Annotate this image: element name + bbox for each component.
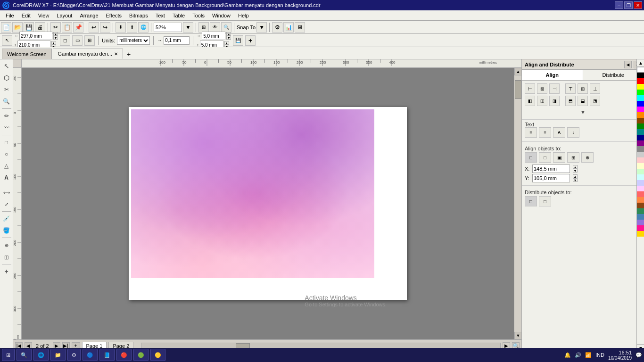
tab-document[interactable]: Gambar menyatu den... ✕ xyxy=(53,49,124,59)
new-button[interactable]: 📄 xyxy=(1,22,11,33)
align-center-h-btn[interactable]: ⊠ xyxy=(537,83,547,94)
display-btn[interactable]: 🖥 xyxy=(295,22,305,33)
menu-window[interactable]: Window xyxy=(208,12,234,19)
start-button[interactable]: ⊞ xyxy=(2,349,15,361)
text-tool[interactable]: A xyxy=(1,172,12,183)
tab-document-close[interactable]: ✕ xyxy=(114,51,118,57)
align-margin-obj-btn[interactable]: ▣ xyxy=(553,152,565,163)
print-button[interactable]: 🖨 xyxy=(35,22,45,33)
portrait-btn[interactable]: ◻ xyxy=(60,35,70,46)
color-pinklight[interactable] xyxy=(637,157,644,163)
height-up[interactable]: ▲ xyxy=(51,41,56,45)
search-button[interactable]: 🔍 xyxy=(17,349,32,361)
text-center-btn[interactable]: ≡ xyxy=(539,127,551,138)
copy-button[interactable]: 📋 xyxy=(62,22,72,33)
landscape-btn[interactable]: ▭ xyxy=(72,35,83,46)
vscroll-up-btn[interactable]: ▲ xyxy=(514,68,521,75)
redo-button[interactable]: ↪ xyxy=(100,22,110,33)
panel-expand-btn[interactable]: ◄ xyxy=(624,61,632,68)
color-salmonred[interactable] xyxy=(637,191,644,197)
fill-tool[interactable]: 🪣 xyxy=(1,225,12,236)
align-bottom-btn[interactable]: ⊥ xyxy=(590,83,600,94)
menu-effects[interactable]: Effects xyxy=(102,12,125,19)
options-btn[interactable]: ⚙ xyxy=(272,22,282,33)
align-page-top-btn[interactable]: ⬒ xyxy=(565,96,576,106)
color-magentialight[interactable] xyxy=(637,186,644,191)
ellipse-tool[interactable]: ○ xyxy=(1,148,12,160)
color-steelblue[interactable] xyxy=(637,214,644,220)
zoom-dropdown[interactable]: ▼ xyxy=(183,22,193,33)
taskbar-ie[interactable]: 🌐 xyxy=(33,349,49,361)
dist-page-btn[interactable]: □ xyxy=(539,196,551,206)
color-magenta[interactable] xyxy=(637,107,644,112)
export-button[interactable]: ⬆ xyxy=(127,22,137,33)
page-width-input[interactable] xyxy=(19,32,52,40)
taskbar-app2[interactable]: 🔴 xyxy=(116,349,132,361)
color-mediumpurple[interactable] xyxy=(637,220,644,225)
color-yellowlight[interactable] xyxy=(637,163,644,169)
align-tab[interactable]: Align xyxy=(522,70,583,80)
align-center-v-btn[interactable]: ⊞ xyxy=(578,83,588,94)
palette-up-btn[interactable]: ▲ xyxy=(637,59,644,67)
view-btn[interactable]: 📊 xyxy=(283,22,294,33)
width-down[interactable]: ▼ xyxy=(53,36,58,40)
color-white[interactable] xyxy=(637,67,644,73)
color-navy[interactable] xyxy=(637,135,644,140)
align-top-btn[interactable]: ⊤ xyxy=(565,83,576,94)
color-greenlight[interactable] xyxy=(637,169,644,174)
y-input[interactable] xyxy=(532,174,570,182)
taskbar-settings[interactable]: ⚙ xyxy=(67,349,81,361)
restore-button[interactable]: ❐ xyxy=(624,1,633,9)
nudge-input[interactable] xyxy=(164,36,190,45)
parallel-dim-tool[interactable]: ⟺ xyxy=(1,187,12,198)
tab-add-button[interactable]: + xyxy=(124,49,133,59)
color-green[interactable] xyxy=(637,90,644,95)
open-button[interactable]: 📂 xyxy=(12,22,23,33)
color-black[interactable] xyxy=(637,73,644,78)
color-saddlebrown[interactable] xyxy=(637,203,644,208)
dup-h-down[interactable]: ▼ xyxy=(226,36,231,40)
zoom-to-page[interactable]: ⊞ xyxy=(198,22,209,33)
y-up[interactable]: ▲ xyxy=(573,174,578,178)
connector-tool[interactable]: ⤢ xyxy=(1,198,12,210)
zoom-in[interactable]: 🔍 xyxy=(221,22,231,33)
text-right-btn[interactable]: A xyxy=(553,127,565,138)
minimize-button[interactable]: – xyxy=(615,1,623,9)
color-gold[interactable] xyxy=(637,231,644,237)
align-page-center-v-btn[interactable]: ⬓ xyxy=(578,96,588,106)
color-orange[interactable] xyxy=(637,112,644,118)
distribute-tab[interactable]: Distribute xyxy=(583,70,644,80)
align-page-left-btn[interactable]: ◧ xyxy=(525,96,535,106)
align-page-obj-btn[interactable]: □ xyxy=(539,152,551,163)
menu-edit[interactable]: Edit xyxy=(18,12,34,19)
cut-button[interactable]: ✂ xyxy=(50,22,61,33)
taskbar-word[interactable]: 📘 xyxy=(99,349,115,361)
select-tool[interactable]: ↖ xyxy=(1,60,12,72)
align-specified-btn[interactable]: ⊕ xyxy=(581,152,594,163)
color-blue[interactable] xyxy=(637,101,644,107)
menu-table[interactable]: Table xyxy=(169,12,189,19)
blend-tool[interactable]: ⊕ xyxy=(1,239,12,251)
zoom-input[interactable] xyxy=(154,23,182,32)
crop-tool[interactable]: ✂ xyxy=(1,84,12,95)
menu-bitmaps[interactable]: Bitmaps xyxy=(125,12,152,19)
import-button[interactable]: ⬇ xyxy=(116,22,126,33)
align-page-bottom-btn[interactable]: ⬔ xyxy=(590,96,600,106)
taskbar-app4[interactable]: 🟡 xyxy=(150,349,165,361)
x-input[interactable] xyxy=(532,165,570,173)
align-page-center-h-btn[interactable]: ◫ xyxy=(537,96,547,106)
smart-draw-tool[interactable]: 〰 xyxy=(1,122,12,133)
x-up[interactable]: ▲ xyxy=(573,165,578,169)
menu-layout[interactable]: Layout xyxy=(53,12,76,19)
menu-arrange[interactable]: Arrange xyxy=(76,12,102,19)
menu-help[interactable]: Help xyxy=(234,12,253,19)
select-all-btn[interactable]: ↖ xyxy=(2,35,12,46)
y-down[interactable]: ▼ xyxy=(573,178,578,182)
zoom-tool[interactable]: 🔍 xyxy=(1,96,12,107)
taskbar-app3[interactable]: 🟢 xyxy=(133,349,149,361)
align-right-btn[interactable]: ⊣ xyxy=(549,83,560,94)
dup-h-input[interactable] xyxy=(202,32,225,40)
vscroll-down-btn[interactable]: ▼ xyxy=(514,332,521,339)
add-page-btn[interactable]: + xyxy=(245,35,256,46)
transparency-tool[interactable]: ◫ xyxy=(1,251,12,263)
